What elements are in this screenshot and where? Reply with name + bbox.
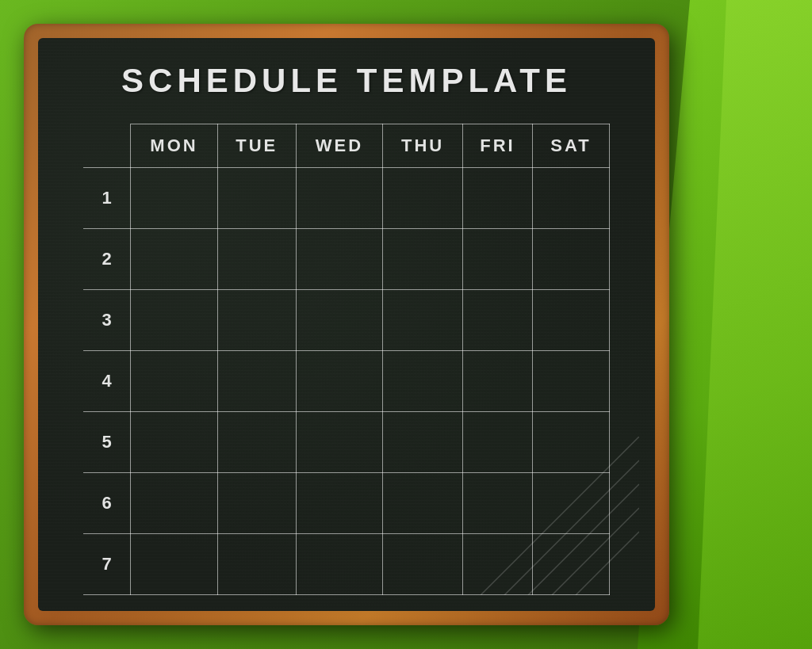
cell-row3-fri[interactable]	[463, 290, 533, 351]
header-empty	[83, 124, 131, 168]
cell-row1-thu[interactable]	[383, 168, 463, 229]
table-row: 1	[83, 168, 610, 229]
cell-row2-thu[interactable]	[383, 229, 463, 290]
cell-row4-mon[interactable]	[131, 351, 217, 412]
row-number-3: 3	[83, 290, 131, 351]
cell-row4-sat[interactable]	[532, 351, 609, 412]
schedule-table: MON TUE WED THU FRI SAT 1234567	[83, 124, 610, 595]
header-tue: TUE	[217, 124, 296, 168]
cell-row7-thu[interactable]	[383, 534, 463, 595]
cell-row6-wed[interactable]	[296, 473, 382, 534]
cell-row3-sat[interactable]	[532, 290, 609, 351]
cell-row2-fri[interactable]	[463, 229, 533, 290]
cell-row2-sat[interactable]	[532, 229, 609, 290]
cell-row2-wed[interactable]	[296, 229, 382, 290]
cell-row7-mon[interactable]	[131, 534, 217, 595]
cell-row6-tue[interactable]	[217, 473, 296, 534]
row-number-4: 4	[83, 351, 131, 412]
cell-row4-wed[interactable]	[296, 351, 382, 412]
header-sat: SAT	[532, 124, 609, 168]
header-thu: THU	[383, 124, 463, 168]
cell-row6-thu[interactable]	[383, 473, 463, 534]
cell-row5-wed[interactable]	[296, 412, 382, 473]
cell-row6-fri[interactable]	[463, 473, 533, 534]
cell-row5-tue[interactable]	[217, 412, 296, 473]
row-number-7: 7	[83, 534, 131, 595]
cell-row7-wed[interactable]	[296, 534, 382, 595]
cell-row3-mon[interactable]	[131, 290, 217, 351]
chalkboard-surface: SCHEDULE TEMPLATE MON TUE WED THU FRI SA…	[38, 38, 655, 611]
cell-row3-thu[interactable]	[383, 290, 463, 351]
cell-row4-tue[interactable]	[217, 351, 296, 412]
cell-row7-fri[interactable]	[463, 534, 533, 595]
cell-row2-tue[interactable]	[217, 229, 296, 290]
cell-row7-tue[interactable]	[217, 534, 296, 595]
header-mon: MON	[131, 124, 217, 168]
header-wed: WED	[296, 124, 382, 168]
cell-row1-tue[interactable]	[217, 168, 296, 229]
cell-row3-tue[interactable]	[217, 290, 296, 351]
cell-row5-fri[interactable]	[463, 412, 533, 473]
cell-row7-sat[interactable]	[532, 534, 609, 595]
table-row: 5	[83, 412, 610, 473]
row-number-5: 5	[83, 412, 131, 473]
cell-row1-fri[interactable]	[463, 168, 533, 229]
cell-row2-mon[interactable]	[131, 229, 217, 290]
cell-row4-thu[interactable]	[383, 351, 463, 412]
row-number-2: 2	[83, 229, 131, 290]
row-number-6: 6	[83, 473, 131, 534]
cell-row1-wed[interactable]	[296, 168, 382, 229]
cell-row1-sat[interactable]	[532, 168, 609, 229]
chalkboard-frame: SCHEDULE TEMPLATE MON TUE WED THU FRI SA…	[24, 24, 669, 625]
cell-row5-mon[interactable]	[131, 412, 217, 473]
cell-row6-sat[interactable]	[532, 473, 609, 534]
cell-row3-wed[interactable]	[296, 290, 382, 351]
table-row: 2	[83, 229, 610, 290]
cell-row1-mon[interactable]	[131, 168, 217, 229]
table-row: 6	[83, 473, 610, 534]
table-row: 3	[83, 290, 610, 351]
row-number-1: 1	[83, 168, 131, 229]
header-fri: FRI	[463, 124, 533, 168]
cell-row6-mon[interactable]	[131, 473, 217, 534]
schedule-title: SCHEDULE TEMPLATE	[121, 62, 572, 100]
table-row: 7	[83, 534, 610, 595]
cell-row5-sat[interactable]	[532, 412, 609, 473]
cell-row5-thu[interactable]	[383, 412, 463, 473]
table-row: 4	[83, 351, 610, 412]
cell-row4-fri[interactable]	[463, 351, 533, 412]
